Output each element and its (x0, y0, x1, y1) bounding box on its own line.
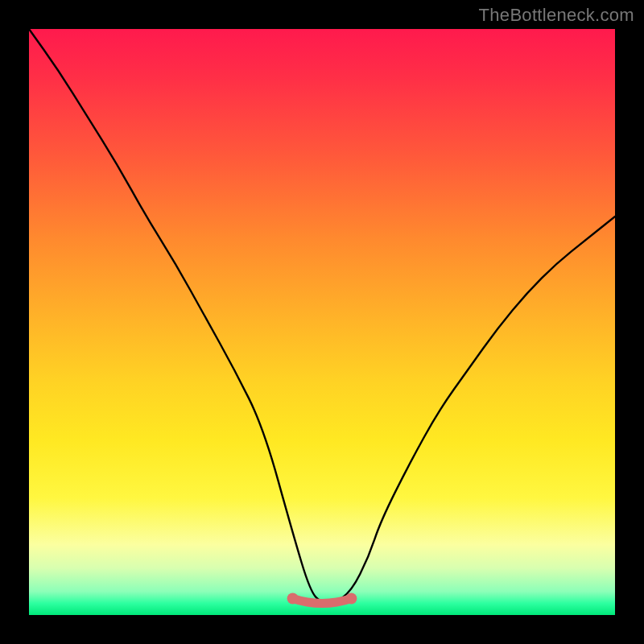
highlight-dot-right (345, 592, 357, 604)
curve-layer (29, 29, 615, 615)
plot-area (29, 29, 615, 615)
highlight-dot-left (287, 592, 299, 604)
chart-frame: TheBottleneck.com (0, 0, 644, 644)
bottleneck-curve (29, 29, 615, 603)
highlight-segment (293, 598, 352, 603)
watermark-text: TheBottleneck.com (479, 5, 634, 26)
